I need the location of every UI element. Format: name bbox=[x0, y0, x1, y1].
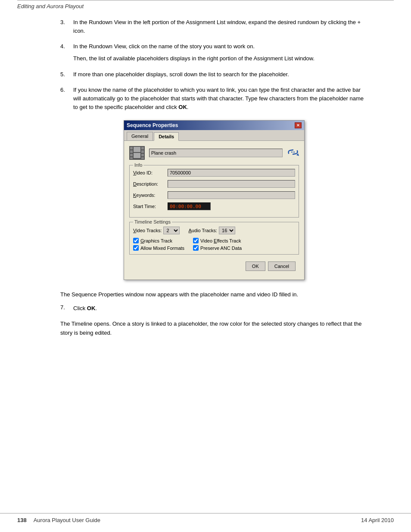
dialog-close-button[interactable]: ✕ bbox=[295, 122, 302, 128]
video-tracks-label: Video Tracks: bbox=[133, 228, 162, 233]
video-effects-track-item: Video Effects Track bbox=[193, 238, 242, 243]
footer-left: 138 Aurora Playout User Guide bbox=[17, 517, 100, 523]
step-num-7: 7. bbox=[60, 304, 73, 313]
sequence-properties-dialog: Sequence Properties ✕ General Details bbox=[124, 120, 305, 280]
step-num-6: 6. bbox=[60, 86, 73, 112]
video-id-label: Video ID: bbox=[133, 170, 168, 175]
audio-tracks-group: Audio Tracks: 16 8 4 bbox=[188, 227, 235, 234]
header-title: Editing and Aurora Playout bbox=[0, 0, 411, 9]
video-tracks-select[interactable]: 2 3 4 bbox=[163, 227, 180, 234]
preserve-anc-data-item: Preserve ANC Data bbox=[193, 245, 242, 251]
ok-button[interactable]: OK bbox=[246, 261, 265, 271]
step-7-sub: The Timeline opens. Once a story is link… bbox=[60, 320, 368, 337]
checkbox-col-left: Graphics Track Allow Mixed Formats bbox=[133, 238, 184, 251]
start-time-label: Start Time: bbox=[133, 204, 168, 209]
description-label: Description: bbox=[133, 181, 168, 187]
dialog-header-row bbox=[129, 146, 299, 160]
svg-rect-4 bbox=[130, 150, 133, 153]
svg-rect-9 bbox=[130, 157, 133, 159]
content: 3. In the Rundown View in the left porti… bbox=[0, 9, 411, 346]
info-group-label: Info bbox=[133, 162, 143, 168]
step-text-7: Click OK. bbox=[73, 304, 368, 313]
dialog-buttons: OK Cancel bbox=[129, 259, 299, 274]
video-id-row: Video ID: bbox=[133, 169, 295, 177]
description-row: Description: bbox=[133, 180, 295, 188]
dialog-tabs: General Details bbox=[124, 130, 304, 141]
dialog-body: Info Video ID: Description: bbox=[124, 141, 304, 280]
footer-date: 14 April 2010 bbox=[361, 517, 394, 523]
step-5: 5. If more than one placeholder displays… bbox=[60, 70, 368, 79]
film-icon bbox=[129, 146, 145, 160]
svg-rect-10 bbox=[141, 157, 144, 159]
keywords-input[interactable] bbox=[168, 191, 295, 199]
tab-general[interactable]: General bbox=[127, 132, 153, 140]
video-tracks-group: Video Tracks: 2 3 4 bbox=[133, 227, 180, 234]
svg-rect-3 bbox=[141, 147, 144, 149]
info-group: Info Video ID: Description: bbox=[129, 165, 299, 218]
description-input[interactable] bbox=[168, 180, 295, 188]
graphics-track-item: Graphics Track bbox=[133, 238, 184, 243]
svg-rect-7 bbox=[134, 153, 140, 158]
step-3: 3. In the Rundown View in the left porti… bbox=[60, 18, 368, 35]
keywords-label: Keywords: bbox=[133, 193, 168, 198]
step-num-3: 3. bbox=[60, 18, 73, 35]
step-4: 4. In the Rundown View, click on the nam… bbox=[60, 42, 368, 63]
step-text-3: In the Rundown View in the left portion … bbox=[73, 18, 368, 35]
page-container: Editing and Aurora Playout 3. In the Run… bbox=[0, 0, 411, 532]
cancel-button[interactable]: Cancel bbox=[268, 261, 296, 271]
allow-mixed-formats-label: Allow Mixed Formats bbox=[140, 246, 184, 251]
start-time-input[interactable] bbox=[168, 202, 211, 210]
tracks-row: Video Tracks: 2 3 4 Audio Tracks: bbox=[133, 227, 295, 234]
dialog-titlebar: Sequence Properties ✕ bbox=[124, 121, 304, 130]
checkboxes-row: Graphics Track Allow Mixed Formats bbox=[133, 238, 295, 251]
timeline-settings-label: Timeline Settings bbox=[133, 219, 172, 224]
graphics-track-label: Graphics Track bbox=[140, 238, 172, 243]
step-num-4: 4. bbox=[60, 42, 73, 63]
footer-product: Aurora Playout User Guide bbox=[34, 517, 100, 523]
allow-mixed-formats-item: Allow Mixed Formats bbox=[133, 245, 184, 251]
keywords-row: Keywords: bbox=[133, 191, 295, 199]
step-text-5: If more than one placeholder displays, s… bbox=[73, 70, 368, 79]
video-id-input[interactable] bbox=[168, 169, 295, 177]
timeline-settings: Timeline Settings Video Tracks: 2 3 4 bbox=[129, 222, 299, 255]
footer-page-num: 138 bbox=[17, 517, 27, 523]
preserve-anc-data-checkbox[interactable] bbox=[193, 245, 199, 251]
dialog-title: Sequence Properties bbox=[127, 122, 178, 128]
footer: 138 Aurora Playout User Guide 14 April 2… bbox=[0, 513, 411, 523]
step-7: 7. Click OK. bbox=[60, 304, 368, 313]
step-num-5: 5. bbox=[60, 70, 73, 79]
preserve-anc-data-label: Preserve ANC Data bbox=[200, 246, 242, 251]
step-4-sub: Then, the list of available placeholders… bbox=[73, 54, 368, 63]
video-effects-track-checkbox[interactable] bbox=[193, 238, 199, 243]
svg-rect-2 bbox=[134, 147, 140, 152]
step-4-main: In the Rundown View, click on the name o… bbox=[73, 43, 255, 50]
audio-tracks-select[interactable]: 16 8 4 bbox=[219, 227, 235, 234]
start-time-row: Start Time: bbox=[133, 202, 295, 210]
step-6: 6. If you know the name of the placehold… bbox=[60, 86, 368, 112]
step-text-4: In the Rundown View, click on the name o… bbox=[73, 42, 368, 63]
sequence-name-input[interactable] bbox=[149, 149, 283, 157]
audio-tracks-label: Audio Tracks: bbox=[188, 228, 217, 233]
link-icon[interactable] bbox=[287, 147, 299, 159]
svg-rect-6 bbox=[130, 154, 133, 156]
dialog-wrapper: Sequence Properties ✕ General Details bbox=[60, 120, 368, 280]
svg-rect-5 bbox=[141, 150, 144, 153]
tab-details[interactable]: Details bbox=[154, 132, 179, 141]
allow-mixed-formats-checkbox[interactable] bbox=[133, 245, 139, 251]
step-text-6: If you know the name of the placeholder … bbox=[73, 86, 368, 112]
checkbox-col-right: Video Effects Track Preserve ANC Data bbox=[193, 238, 242, 251]
graphics-track-checkbox[interactable] bbox=[133, 238, 139, 243]
svg-rect-1 bbox=[130, 147, 133, 149]
svg-rect-8 bbox=[141, 154, 144, 156]
after-dialog-text: The Sequence Properties window now appea… bbox=[60, 290, 368, 299]
video-effects-track-label: Video Effects Track bbox=[200, 238, 241, 243]
